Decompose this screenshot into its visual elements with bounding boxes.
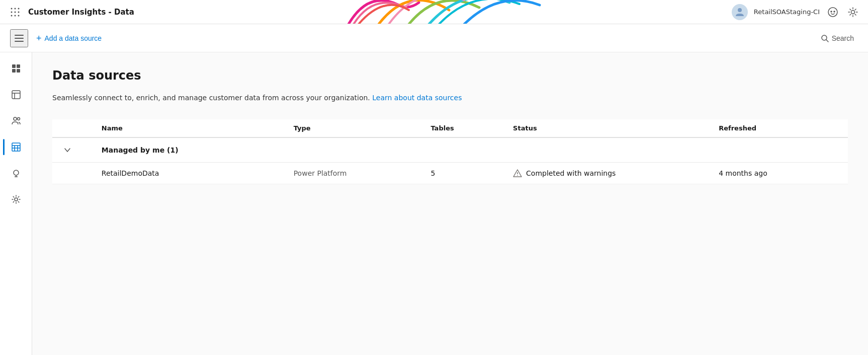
add-datasource-label: Add a data source (45, 34, 102, 42)
main-layout: Data sources Seamlessly connect to, enri… (0, 52, 868, 355)
page-description-text: Seamlessly connect to, enrich, and manag… (52, 94, 370, 102)
svg-point-38 (517, 175, 518, 176)
svg-rect-19 (12, 64, 16, 68)
svg-point-36 (15, 198, 18, 201)
group-chevron-icon[interactable] (60, 143, 74, 157)
row-name-cell: RetailDemoData (94, 163, 286, 184)
table-row[interactable]: RetailDemoData Power Platform 5 Complete… (52, 163, 848, 184)
col-header-tables[interactable]: Tables (422, 119, 505, 137)
svg-point-2 (18, 8, 20, 9)
svg-point-12 (834, 11, 835, 12)
sidebar-item-overview[interactable] (4, 83, 28, 107)
svg-point-13 (851, 10, 855, 14)
svg-rect-21 (12, 69, 16, 73)
svg-rect-15 (15, 38, 24, 39)
settings-icon[interactable] (846, 5, 860, 19)
app-launcher-icon[interactable] (8, 5, 22, 19)
search-button[interactable]: Search (817, 30, 858, 46)
svg-point-7 (15, 15, 16, 16)
svg-point-9 (738, 8, 742, 12)
svg-point-6 (11, 15, 13, 16)
svg-point-10 (828, 8, 837, 17)
data-sources-table: Name Type Tables Status Refreshed (52, 119, 848, 184)
svg-point-4 (15, 11, 16, 13)
col-header-name[interactable]: Name (94, 119, 286, 137)
search-label: Search (832, 34, 854, 42)
svg-point-1 (15, 8, 16, 9)
svg-point-8 (18, 15, 20, 16)
user-name: RetailSOAStaging-CI (754, 8, 820, 16)
top-bar: Customer Insights - Data RetailSOAStagin… (0, 0, 868, 24)
add-datasource-button[interactable]: + Add a data source (34, 30, 104, 47)
svg-point-0 (11, 8, 13, 9)
col-header-type[interactable]: Type (286, 119, 423, 137)
sidebar-item-data[interactable] (4, 135, 28, 159)
sidebar-item-home[interactable] (4, 56, 28, 81)
svg-point-33 (14, 170, 19, 175)
sidebar-item-insights[interactable] (4, 161, 28, 185)
app-title: Customer Insights - Data (28, 8, 134, 17)
row-chevron-cell (52, 163, 94, 184)
svg-point-26 (14, 117, 17, 120)
rainbow-decoration (308, 0, 560, 24)
plus-icon: + (36, 34, 42, 43)
avatar (732, 4, 748, 20)
warning-icon (513, 169, 522, 178)
svg-rect-22 (17, 69, 20, 73)
row-tables-cell: 5 (422, 163, 505, 184)
page-title: Data sources (52, 68, 848, 83)
row-status-cell: Completed with warnings (505, 163, 711, 184)
content-area: Data sources Seamlessly connect to, enri… (32, 52, 868, 355)
svg-point-27 (17, 118, 20, 120)
sidebar (0, 52, 32, 355)
sidebar-item-settings[interactable] (4, 187, 28, 211)
svg-rect-14 (15, 35, 24, 36)
svg-line-18 (826, 40, 828, 42)
svg-rect-23 (12, 91, 20, 99)
col-header-refreshed[interactable]: Refreshed (711, 119, 848, 137)
status-cell-container: Completed with warnings (513, 169, 703, 178)
top-bar-right: RetailSOAStaging-CI (732, 4, 860, 20)
group-chevron-cell[interactable] (52, 137, 94, 163)
group-label: Managed by me (1) (94, 137, 848, 163)
sidebar-toggle-button[interactable] (10, 29, 28, 47)
svg-point-11 (831, 11, 832, 12)
sidebar-item-people[interactable] (4, 109, 28, 133)
row-refreshed-cell: 4 months ago (711, 163, 848, 184)
col-header-chevron (52, 119, 94, 137)
group-row-managed-by-me[interactable]: Managed by me (1) (52, 137, 848, 163)
status-text: Completed with warnings (526, 169, 616, 177)
row-type-cell: Power Platform (286, 163, 423, 184)
svg-rect-20 (17, 64, 20, 68)
smiley-icon[interactable] (826, 5, 840, 19)
svg-point-5 (18, 11, 20, 13)
svg-point-3 (11, 11, 13, 13)
toolbar: + Add a data source Search (0, 24, 868, 52)
svg-rect-28 (12, 143, 20, 151)
table-header-row: Name Type Tables Status Refreshed (52, 119, 848, 137)
col-header-status[interactable]: Status (505, 119, 711, 137)
page-description: Seamlessly connect to, enrich, and manag… (52, 93, 848, 103)
learn-link[interactable]: Learn about data sources (372, 94, 462, 102)
svg-rect-16 (15, 41, 24, 42)
